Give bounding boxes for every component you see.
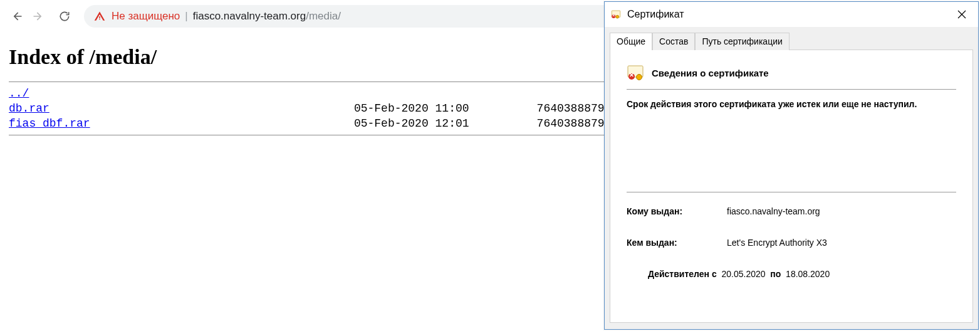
cert-info-header: Сведения о сертификате xyxy=(627,64,956,90)
valid-to-label: по xyxy=(770,269,781,279)
reload-icon xyxy=(58,10,71,23)
dialog-titlebar: Сертификат xyxy=(605,2,978,27)
dialog-body: Общие Состав Путь сертификации Сведения … xyxy=(605,27,978,329)
certificate-badge-icon xyxy=(627,64,644,81)
validity-row: Действителен с 20.05.2020 по 18.08.2020 xyxy=(627,269,956,279)
address-separator: | xyxy=(185,10,187,23)
url-path: /media/ xyxy=(306,10,341,23)
certificate-icon xyxy=(610,8,622,21)
tab-panel-general: Сведения о сертификате Срок действия это… xyxy=(610,50,973,323)
tab-details[interactable]: Состав xyxy=(652,33,695,50)
valid-to-value: 18.08.2020 xyxy=(786,269,830,279)
issued-to-row: Кому выдан: fiasco.navalny-team.org xyxy=(627,206,956,216)
arrow-left-icon xyxy=(11,10,23,23)
file-spacer xyxy=(90,117,354,130)
file-spacer xyxy=(50,102,354,115)
file-size: 7640388879 xyxy=(537,117,605,130)
cert-info-title: Сведения о сертификате xyxy=(652,68,769,78)
file-link[interactable]: db.rar xyxy=(9,102,50,115)
file-date: 05-Feb-2020 12:01 xyxy=(354,117,469,130)
issued-by-value: Let's Encrypt Authority X3 xyxy=(727,238,827,248)
close-icon xyxy=(957,10,966,19)
dialog-title: Сертификат xyxy=(627,9,684,20)
file-size: 7640388879 xyxy=(537,102,605,115)
issued-to-label: Кому выдан: xyxy=(627,206,727,216)
tab-path[interactable]: Путь сертификации xyxy=(695,33,789,50)
close-button[interactable] xyxy=(949,5,974,24)
insecure-warning-icon xyxy=(94,11,105,22)
issued-to-value: fiasco.navalny-team.org xyxy=(727,206,820,216)
reload-button[interactable] xyxy=(54,6,75,27)
cert-warning-text: Срок действия этого сертификата уже исте… xyxy=(627,98,956,110)
file-link[interactable]: fias_dbf.rar xyxy=(9,117,90,130)
svg-point-5 xyxy=(637,75,642,80)
valid-from-label: Действителен с xyxy=(648,269,717,279)
forward-button[interactable] xyxy=(28,6,49,27)
issued-by-label: Кем выдан: xyxy=(627,238,727,248)
parent-dir-link[interactable]: ../ xyxy=(9,87,29,100)
arrow-right-icon xyxy=(32,10,44,23)
back-button[interactable] xyxy=(6,6,28,27)
tab-strip: Общие Состав Путь сертификации xyxy=(610,32,973,50)
file-date: 05-Feb-2020 11:00 xyxy=(354,102,469,115)
file-spacer xyxy=(469,117,537,130)
tab-general[interactable]: Общие xyxy=(610,33,652,50)
valid-from-value: 20.05.2020 xyxy=(721,269,765,279)
svg-point-2 xyxy=(616,15,619,18)
cert-warning-box: Срок действия этого сертификата уже исте… xyxy=(627,98,956,192)
file-spacer xyxy=(469,102,537,115)
url-host: fiasco.navalny-team.org xyxy=(193,10,306,23)
insecure-label: Не защищено xyxy=(112,10,180,23)
certificate-dialog: Сертификат Общие Состав Путь сертификаци… xyxy=(604,1,979,330)
issued-by-row: Кем выдан: Let's Encrypt Authority X3 xyxy=(627,238,956,248)
